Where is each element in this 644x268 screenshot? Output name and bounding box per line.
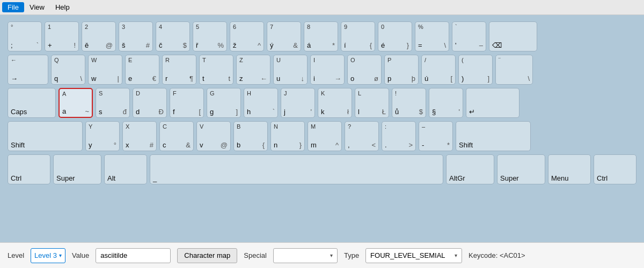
key-comma-botright: <: [371, 142, 376, 149]
key-altgr[interactable]: AltGr: [446, 154, 494, 184]
key-8[interactable]: 8á*: [304, 21, 338, 51]
key-super-l[interactable]: Super: [53, 154, 101, 184]
key-5-botleft: ř: [196, 42, 198, 49]
key-equal-botleft: ': [455, 42, 456, 49]
key-ctrl-r-botleft: Ctrl: [597, 175, 608, 182]
key-super-l-botleft: Super: [56, 175, 75, 182]
key-menu[interactable]: Menu: [548, 154, 591, 184]
key-o[interactable]: Ooø: [347, 55, 382, 85]
key-space[interactable]: _: [150, 154, 443, 184]
key-tab[interactable]: ←→: [8, 55, 48, 85]
key-super-r[interactable]: Super: [497, 154, 545, 184]
key-slash[interactable]: –-*: [419, 121, 453, 151]
menu-help[interactable]: Help: [50, 2, 75, 12]
key-row-row5: CtrlSuperAlt_AltGrSuperMenuCtrl: [8, 154, 636, 184]
key-3-botright: #: [146, 42, 150, 49]
key-1[interactable]: 1+!: [45, 21, 79, 51]
key-caps[interactable]: Caps: [8, 88, 56, 118]
menu-file[interactable]: File: [2, 2, 24, 12]
keycode-label: Keycode: <AC01>: [469, 251, 525, 259]
key-z[interactable]: Zz←: [236, 55, 270, 85]
key-j[interactable]: Jj': [281, 88, 315, 118]
key-backslash[interactable]: ¨\: [495, 55, 533, 85]
key-u[interactable]: Uu↓: [273, 55, 308, 85]
key-x-botleft: x: [126, 142, 129, 149]
key-k-botleft: k: [321, 108, 325, 116]
key-n-topleft: N: [274, 123, 278, 130]
key-i-botright: →: [334, 75, 341, 83]
key-h[interactable]: Hh`: [244, 88, 278, 118]
key-c[interactable]: Cc&: [159, 121, 194, 151]
key-f[interactable]: Ff[: [170, 88, 204, 118]
key-shift-r[interactable]: Shift: [456, 121, 531, 151]
key-b-botleft: b: [237, 142, 240, 149]
key-a[interactable]: Aa~: [58, 88, 93, 118]
key-i[interactable]: Ii→: [310, 55, 345, 85]
key-x-botright: #: [150, 142, 153, 149]
key-j-botright: ': [311, 108, 312, 116]
key-x[interactable]: Xx#: [122, 121, 157, 151]
key-k[interactable]: Kkł: [318, 88, 352, 118]
key-v[interactable]: Vv@: [196, 121, 231, 151]
key-6[interactable]: 6ž^: [230, 21, 264, 51]
key-4[interactable]: 4č$: [156, 21, 190, 51]
key-5[interactable]: 5ř%: [193, 21, 227, 51]
menu-view[interactable]: View: [24, 2, 50, 12]
key-k-topleft: K: [321, 90, 325, 96]
key-rbracket-botleft: ): [462, 75, 464, 83]
key-ctrl-l[interactable]: Ctrl: [8, 154, 50, 184]
key-shift-l[interactable]: Shift: [8, 121, 83, 151]
key-u-botright: ↓: [301, 75, 305, 83]
key-n[interactable]: Nn}: [270, 121, 305, 151]
key-z-topleft: Z: [239, 57, 243, 63]
key-2[interactable]: 2ě@: [82, 21, 116, 51]
key-lbracket-botright: [: [450, 75, 452, 83]
key-quote[interactable]: §': [429, 88, 463, 118]
key-r[interactable]: Rr¶: [162, 55, 196, 85]
key-comma[interactable]: ?,<: [345, 121, 379, 151]
key-quote-botleft: §: [432, 108, 436, 116]
key-6-topleft: 6: [233, 24, 236, 30]
key-ctrl-r[interactable]: Ctrl: [594, 154, 636, 184]
key-e-botleft: e: [128, 75, 132, 83]
special-chevron: ▾: [330, 252, 333, 258]
special-select[interactable]: ▾: [273, 248, 338, 263]
key-period[interactable]: :.>: [382, 121, 416, 151]
key-y[interactable]: Yy°: [85, 121, 120, 151]
level-select[interactable]: Level 3 ▾: [31, 248, 65, 263]
key-w[interactable]: Ww|: [88, 55, 122, 85]
key-rbracket[interactable]: ()]: [458, 55, 493, 85]
key-alt-l[interactable]: Alt: [104, 154, 147, 184]
key-0[interactable]: 0é}: [378, 21, 412, 51]
key-t[interactable]: Ttt: [199, 55, 233, 85]
key-g[interactable]: Gg]: [207, 88, 241, 118]
key-3[interactable]: 3š#: [119, 21, 153, 51]
key-2-topleft: 2: [85, 24, 88, 30]
key-l[interactable]: LlŁ: [355, 88, 389, 118]
key-r-botright: ¶: [189, 75, 193, 83]
key-lbracket[interactable]: /ú[: [421, 55, 456, 85]
key-c-botleft: c: [163, 142, 166, 149]
key-b[interactable]: Bb{: [233, 121, 268, 151]
key-s[interactable]: Ssđ: [96, 88, 130, 118]
value-input[interactable]: [96, 248, 171, 263]
key-q[interactable]: Qq\: [51, 55, 85, 85]
key-9[interactable]: 9í{: [341, 21, 375, 51]
key-d[interactable]: DdĐ: [133, 88, 167, 118]
key-enter[interactable]: ↵: [466, 88, 519, 118]
char-map-button[interactable]: Character map: [177, 248, 237, 263]
key-l-botright: Ł: [382, 108, 386, 116]
key-7[interactable]: 7ý&: [267, 21, 301, 51]
key-bksp[interactable]: ⌫: [489, 21, 537, 51]
type-select[interactable]: FOUR_LEVEL_SEMIAL ▾: [365, 248, 462, 263]
key-9-botleft: í: [344, 42, 346, 49]
key-p[interactable]: Ppþ: [384, 55, 419, 85]
key-grave[interactable]: °;`: [8, 21, 42, 51]
key-semicolon[interactable]: !ů$: [392, 88, 426, 118]
key-q-topleft: Q: [54, 57, 59, 63]
key-minus-topleft: %: [418, 24, 423, 30]
key-e[interactable]: Ee€: [125, 55, 159, 85]
key-equal[interactable]: `'–: [452, 21, 486, 51]
key-m[interactable]: Mm^: [308, 121, 342, 151]
key-minus[interactable]: %=\: [415, 21, 449, 51]
